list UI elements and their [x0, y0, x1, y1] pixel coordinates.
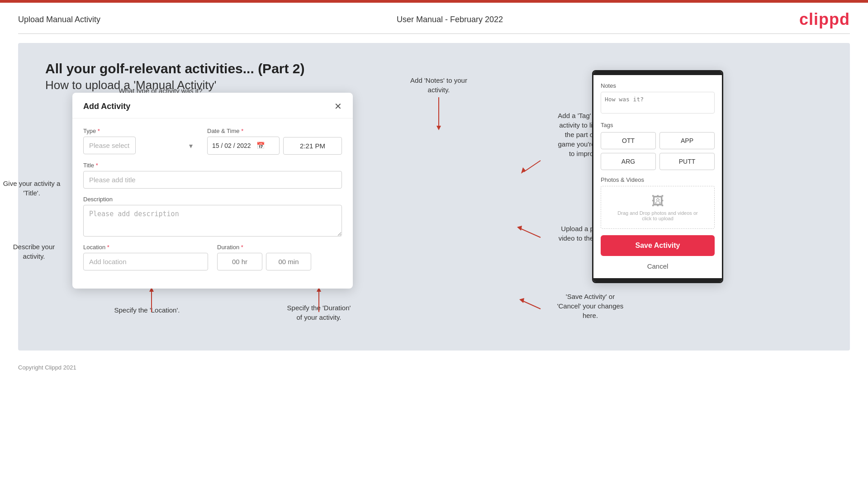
dialog-body: Type * Please select Date & Time * — [72, 118, 353, 289]
tags-label: Tags — [601, 122, 715, 128]
annotation-notes: Add 'Notes' to youractivity. — [394, 76, 484, 95]
tag-putt[interactable]: PUTT — [659, 153, 715, 170]
form-group-description: Description — [83, 196, 342, 237]
form-group-type: Type * Please select — [83, 128, 198, 155]
tag-arg[interactable]: ARG — [601, 153, 656, 170]
type-label: Type * — [83, 128, 198, 134]
phone-bottom-bar — [593, 278, 722, 282]
svg-marker-20 — [517, 226, 522, 231]
main-content: All your golf-relevant activities... (Pa… — [18, 43, 850, 351]
title-input[interactable] — [83, 171, 342, 189]
form-row-type-datetime: Type * Please select Date & Time * — [83, 128, 342, 155]
duration-group — [217, 253, 342, 270]
form-group-location: Location * — [83, 244, 208, 270]
duration-min-input[interactable] — [266, 253, 311, 270]
annotation-save: 'Save Activity' or'Cancel' your changesh… — [538, 292, 642, 320]
datetime-label: Date & Time * — [207, 128, 342, 134]
tags-grid: OTT APP ARG PUTT — [601, 132, 715, 170]
location-label: Location * — [83, 244, 208, 251]
svg-marker-18 — [521, 167, 526, 174]
svg-line-17 — [524, 161, 541, 172]
cancel-button[interactable]: Cancel — [601, 261, 715, 274]
duration-hr-input[interactable] — [217, 253, 262, 270]
photos-hint: Drag and Drop photos and videos or click… — [606, 210, 710, 221]
page-title: Upload Manual Activity — [18, 15, 100, 24]
form-group-title: Title * — [83, 162, 342, 189]
phone-panel: Notes Tags OTT APP ARG PUTT Photos & Vid… — [592, 70, 723, 283]
annotation-duration: Specify the 'Duration'of your activity. — [265, 303, 373, 322]
description-textarea[interactable] — [83, 205, 342, 237]
camera-icon: 🖼 — [606, 194, 710, 208]
annotation-title: Give your activity a'Title'. — [0, 179, 66, 198]
phone-top-bar — [593, 71, 722, 75]
svg-marker-16 — [436, 126, 441, 130]
svg-line-21 — [522, 301, 541, 309]
location-input[interactable] — [83, 253, 208, 270]
notes-textarea[interactable] — [601, 92, 715, 114]
copyright: Copyright Clippd 2021 — [18, 364, 76, 371]
footer: Copyright Clippd 2021 — [0, 360, 868, 375]
header: Upload Manual Activity User Manual - Feb… — [0, 3, 868, 33]
form-group-duration: Duration * — [217, 244, 342, 270]
type-select-wrapper: Please select — [83, 137, 198, 154]
dialog-header: Add Activity ✕ — [72, 93, 353, 118]
save-activity-button[interactable]: Save Activity — [601, 235, 715, 256]
photos-label: Photos & Videos — [601, 176, 715, 183]
type-select[interactable]: Please select — [83, 137, 136, 154]
tag-ott[interactable]: OTT — [601, 132, 656, 149]
form-row-location-duration: Location * Duration * — [83, 244, 342, 270]
header-divider — [18, 33, 850, 34]
annotation-describe: Describe youractivity. — [0, 242, 68, 261]
tag-app[interactable]: APP — [659, 132, 715, 149]
time-input[interactable]: 2:21 PM — [283, 137, 342, 155]
description-label: Description — [83, 196, 342, 203]
form-group-datetime: Date & Time * 15 / 02 / 2022 📅 2:21 PM — [207, 128, 342, 155]
doc-title: User Manual - February 2022 — [397, 15, 503, 24]
logo: clippd — [799, 10, 850, 29]
date-input[interactable]: 15 / 02 / 2022 📅 — [207, 137, 280, 155]
title-label: Title * — [83, 162, 342, 169]
notes-label: Notes — [601, 82, 715, 89]
annotation-location: Specify the 'Location'. — [106, 305, 188, 315]
photos-area[interactable]: 🖼 Drag and Drop photos and videos or cli… — [601, 186, 715, 229]
phone-body: Notes Tags OTT APP ARG PUTT Photos & Vid… — [593, 75, 722, 278]
svg-marker-22 — [519, 298, 524, 303]
close-button[interactable]: ✕ — [334, 101, 342, 112]
add-activity-dialog: Add Activity ✕ Type * Please select — [72, 93, 353, 289]
dialog-title: Add Activity — [83, 102, 130, 111]
svg-line-19 — [520, 228, 541, 237]
duration-label: Duration * — [217, 244, 342, 251]
date-time-group: 15 / 02 / 2022 📅 2:21 PM — [207, 137, 342, 155]
